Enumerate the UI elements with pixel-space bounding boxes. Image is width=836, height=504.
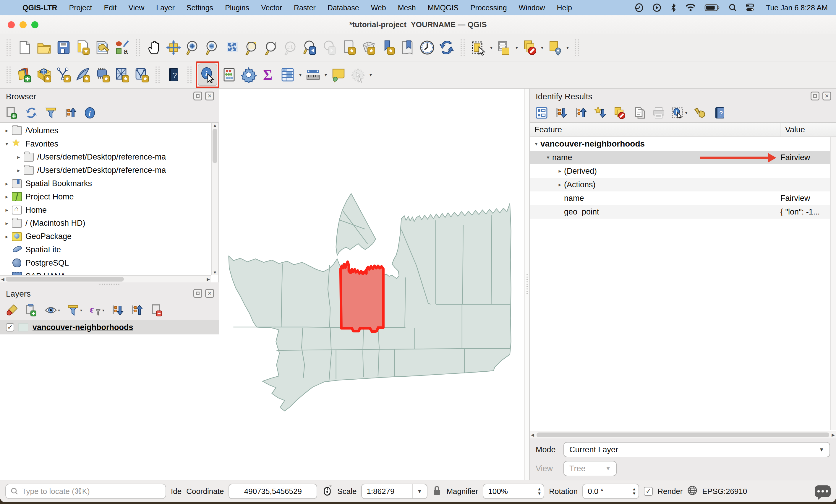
zoom-to-layer-button[interactable] (261, 36, 281, 59)
browser-tree-item[interactable]: SAP HANA (0, 270, 211, 275)
toolbar-drag-handle[interactable] (155, 66, 159, 83)
layer-row-vancouver-neighborhoods[interactable]: ✓ vancouver-neighborhoods (0, 320, 219, 334)
scroll-right-arrow[interactable]: ▶ (206, 277, 211, 282)
collapse-tree-button[interactable] (574, 106, 587, 119)
filter-legend-dropdown[interactable]: ▾ (80, 308, 82, 313)
add-mesh-layer-button[interactable] (132, 63, 151, 86)
zoom-window-button[interactable] (31, 21, 38, 28)
browser-tree-item[interactable]: ▸ Project Home (0, 190, 211, 203)
browser-tree-item[interactable]: PostgreSQL (0, 256, 211, 270)
zoom-native-button[interactable]: 1:1 (281, 36, 300, 59)
zoom-in-button[interactable] (183, 36, 203, 59)
scroll-thumb[interactable] (212, 129, 217, 163)
toolbar-drag-handle[interactable] (6, 39, 11, 56)
menu-item[interactable]: MMQGIS (422, 3, 464, 12)
expander-icon[interactable]: ▸ (2, 127, 11, 134)
deselect-features-button[interactable] (520, 36, 539, 59)
processing-toolbox-button[interactable] (239, 63, 259, 86)
result-row[interactable]: ▾ vancouver-neighborhoods (530, 137, 836, 151)
deselect-features-dropdown[interactable]: ▾ (539, 45, 545, 51)
browser-tree-item[interactable]: SpatiaLite (0, 243, 211, 256)
scroll-thumb[interactable] (6, 277, 124, 282)
new-map-view-button[interactable] (339, 36, 359, 59)
results-vertical-scrollbar[interactable] (830, 137, 836, 430)
spin-down[interactable]: ▼ (537, 491, 541, 496)
new-print-layout-button[interactable] (73, 36, 93, 59)
canvas-panel-splitter[interactable] (525, 89, 530, 480)
measure-dropdown[interactable]: ▾ (323, 72, 329, 78)
browser-tree-item[interactable]: ▸ Spatial Bookmarks (0, 177, 211, 190)
toolbar-drag-handle[interactable] (460, 39, 465, 56)
scroll-down-arrow[interactable]: ▼ (213, 270, 217, 275)
menu-item[interactable]: Vector (255, 3, 288, 12)
toolbar-drag-handle[interactable] (136, 39, 140, 56)
menu-item[interactable]: Web (365, 3, 392, 12)
clear-results-button[interactable] (613, 106, 626, 119)
data-source-manager-button[interactable] (15, 63, 34, 86)
spotlight-icon[interactable] (729, 3, 737, 12)
scroll-right-arrow[interactable]: ▶ (830, 432, 836, 437)
select-features-button[interactable] (469, 36, 488, 59)
select-by-value-dropdown[interactable]: ▾ (514, 45, 520, 51)
bluetooth-icon[interactable] (670, 3, 677, 12)
add-vector-layer-button[interactable] (54, 63, 73, 86)
render-checkbox[interactable]: ✓ (644, 487, 653, 496)
identify-settings-button[interactable] (694, 106, 707, 119)
layers-float-button[interactable] (193, 289, 202, 298)
menu-item[interactable]: Mesh (392, 3, 422, 12)
menu-item[interactable]: Plugins (219, 3, 255, 12)
expander-icon[interactable]: ▸ (14, 154, 23, 160)
browser-tree-item[interactable]: ▸ /Users/demet/Desktop/reference-ma (0, 151, 211, 164)
results-horizontal-scrollbar[interactable]: ◀ ▶ (530, 431, 836, 439)
add-ogr-layer-button[interactable] (34, 63, 54, 86)
expand-all-layers-button[interactable] (111, 304, 124, 317)
map-themes-dropdown[interactable]: ▾ (58, 308, 60, 313)
menubar-clock[interactable]: Tue Jan 6 8:28 AM (766, 3, 828, 12)
browser-filter-button[interactable] (44, 106, 57, 119)
filter-expression-dropdown[interactable]: ▾ (102, 308, 104, 313)
filter-by-expression-button[interactable]: ε▾ (89, 304, 104, 317)
browser-float-button[interactable] (193, 92, 202, 100)
browser-collapse-all-button[interactable] (64, 106, 77, 119)
coordinate-input[interactable]: 490735,5456529 (229, 484, 317, 499)
zoom-last-button[interactable] (300, 36, 320, 59)
menu-item[interactable]: QGIS-LTR (17, 3, 63, 12)
result-row[interactable]: geo_point_ { "lon": -1... (530, 205, 836, 219)
menu-item[interactable]: Settings (180, 3, 219, 12)
minimize-window-button[interactable] (20, 21, 26, 28)
run-feature-action-button[interactable] (348, 63, 368, 86)
browser-tree-item[interactable]: ▸ /Users/demet/Desktop/reference-ma (0, 164, 211, 177)
battery-icon[interactable] (704, 4, 720, 12)
expander-icon[interactable]: ▸ (2, 233, 11, 240)
add-spatialite-layer-button[interactable] (73, 63, 93, 86)
add-mssql-layer-button[interactable] (93, 63, 112, 86)
browser-tree-item[interactable]: ▾ Favorites (0, 137, 211, 151)
statistical-summary-button[interactable]: Σ (259, 63, 278, 86)
pan-to-selection-button[interactable] (164, 36, 183, 59)
expand-new-results-button[interactable] (594, 106, 607, 119)
toolbar-drag-handle[interactable] (6, 66, 11, 83)
print-results-button[interactable] (652, 106, 665, 119)
save-project-button[interactable] (54, 36, 73, 59)
scale-select[interactable]: 1:86279▼ (361, 484, 428, 499)
menu-item[interactable]: Edit (98, 3, 122, 12)
browser-properties-button[interactable]: i (83, 106, 96, 119)
expander-icon[interactable]: ▾ (544, 154, 552, 161)
browser-tree-item[interactable]: ▸ GeoPackage (0, 230, 211, 243)
add-raster-layer-button[interactable] (112, 63, 132, 86)
browser-tree-item[interactable]: ▸ /Volumes (0, 124, 211, 137)
run-feature-action-dropdown[interactable]: ▾ (368, 72, 374, 78)
scroll-up-arrow[interactable]: ▲ (213, 123, 217, 128)
browser-tree-item[interactable]: ▸ Home (0, 203, 211, 217)
expand-tree-button[interactable] (555, 106, 568, 119)
magnifier-input[interactable]: 100%▲▼ (483, 484, 544, 499)
expander-icon[interactable]: ▸ (14, 167, 23, 174)
new-3d-map-view-button[interactable] (359, 36, 378, 59)
new-project-button[interactable] (15, 36, 34, 59)
select-by-value-button[interactable] (494, 36, 514, 59)
identify-features-button[interactable]: i (198, 63, 217, 86)
layer-name[interactable]: vancouver-neighborhoods (33, 323, 133, 332)
open-project-button[interactable] (34, 36, 54, 59)
show-spatial-bookmarks-button[interactable] (398, 36, 417, 59)
expander-icon[interactable]: ▸ (2, 220, 11, 227)
